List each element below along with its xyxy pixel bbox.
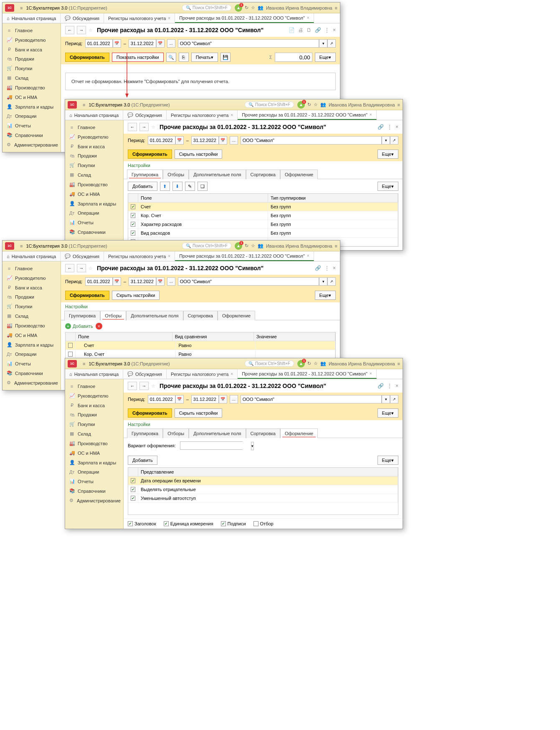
sidebar-item[interactable]: 🛒Покупки xyxy=(3,63,61,73)
sidebar-item[interactable]: ₽Банк и касса xyxy=(3,45,61,54)
table-row[interactable]: Уменьшенный автоотступ xyxy=(128,494,398,503)
table-row[interactable]: Дата операции без времени xyxy=(128,477,398,485)
sidebar-item[interactable]: ⚙Администрирование xyxy=(3,140,61,150)
hide-settings-button[interactable]: Скрыть настройки xyxy=(175,150,223,159)
table-row[interactable]: Кор. СчетБез групп xyxy=(128,211,398,220)
logo: 1C xyxy=(68,101,77,109)
nav-back[interactable]: ← xyxy=(65,26,74,34)
table-row[interactable]: Вид расходовБез групп xyxy=(128,229,398,238)
tab-report[interactable]: Прочие расходы за 01.01.2022 - 31.12.202… xyxy=(175,13,314,23)
sidebar-item[interactable]: 📈Руководителю xyxy=(3,35,61,45)
sidebar-item[interactable]: 📚Справочники xyxy=(3,130,61,140)
tab-discuss[interactable]: 💬 Обсуждения xyxy=(123,110,167,120)
history-icon[interactable]: ↻ xyxy=(245,5,248,10)
sidebar-item[interactable]: 🛍Продажи xyxy=(3,54,61,63)
form-button[interactable]: Сформировать xyxy=(65,53,109,62)
table-row[interactable]: СчетРавно xyxy=(66,341,335,350)
down-icon[interactable]: ⬇ xyxy=(172,182,182,191)
save-icon[interactable]: 🗋 xyxy=(307,27,312,33)
chk-filter[interactable]: Отбор xyxy=(253,521,274,526)
tab-home[interactable]: ⌂ Начальная страница xyxy=(65,110,123,120)
subtab-design[interactable]: Оформление xyxy=(280,428,318,438)
table-row[interactable]: Кор. СчетРавно xyxy=(66,350,335,359)
subtab-group[interactable]: Группировка xyxy=(64,311,100,320)
nav-fwd[interactable]: → xyxy=(139,123,149,131)
period-picker[interactable]: … xyxy=(167,39,175,48)
more-button[interactable]: Еще ▾ xyxy=(315,53,336,62)
sum-field[interactable] xyxy=(275,53,312,62)
show-settings-button[interactable]: Показать настройки xyxy=(112,53,164,62)
copy-icon[interactable]: ❏ xyxy=(198,182,208,191)
user-icon[interactable]: 👥 xyxy=(258,5,264,10)
notifications-icon[interactable]: ▲1 xyxy=(297,101,305,109)
date-to[interactable] xyxy=(129,39,156,48)
calendar-icon[interactable]: 📅 xyxy=(113,39,121,48)
sidebar-item[interactable]: 🏭Производство xyxy=(3,83,61,92)
fav-icon[interactable]: ☆ xyxy=(89,28,93,33)
sidebar-item[interactable]: 🚚ОС и НМА xyxy=(3,92,61,102)
burger-icon[interactable]: ≡ xyxy=(83,102,85,107)
more-button[interactable]: Еще ▾ xyxy=(378,182,398,191)
add-button[interactable]: Добавить xyxy=(128,182,157,191)
subtab-design[interactable]: Оформление xyxy=(280,170,318,179)
chk-title[interactable]: Заголовок xyxy=(128,521,156,526)
subtab-filters[interactable]: Отборы xyxy=(163,170,189,179)
sidebar-item[interactable]: ≡Главное xyxy=(3,26,61,35)
org-input[interactable] xyxy=(178,39,319,48)
search-icon[interactable]: 🔍 xyxy=(166,53,176,62)
date-from[interactable] xyxy=(85,39,113,48)
subtab-sort[interactable]: Сортировка xyxy=(246,170,280,179)
titlebar: 1C≡ 1С:Бухгалтерия 3.0 (1С:Предприятие) … xyxy=(65,358,403,369)
open-icon[interactable]: ↗ xyxy=(327,39,336,48)
nav-fwd[interactable]: → xyxy=(77,26,86,34)
edit-icon[interactable]: ✎ xyxy=(185,182,195,191)
chk-unit[interactable]: Единица измерения xyxy=(164,521,213,526)
print-button[interactable]: Печать ▾ xyxy=(191,53,218,62)
tab-registers[interactable]: Регистры налогового учета × xyxy=(167,110,238,120)
more-icon[interactable]: ⋮ xyxy=(324,27,329,33)
sidebar-item[interactable]: ДтОперации xyxy=(3,112,61,121)
variant-label: Вариант оформления: xyxy=(128,443,176,448)
settings-label: Настройки xyxy=(124,161,403,170)
close-icon[interactable]: × xyxy=(333,27,336,33)
btn-icon[interactable]: 📄 xyxy=(289,27,295,33)
subtab-extra[interactable]: Дополнительные поля xyxy=(189,170,246,179)
table-row[interactable]: Выделять отрицательные xyxy=(128,485,398,494)
nav-back[interactable]: ← xyxy=(128,123,137,131)
subtab-filters[interactable]: Отборы xyxy=(100,311,126,320)
dropdown-icon[interactable]: ▾ xyxy=(319,39,327,48)
more-button[interactable]: Еще ▾ xyxy=(378,150,398,159)
print-icon[interactable]: 🖨 xyxy=(298,27,303,33)
tab-discuss[interactable]: 💬 Обсуждения xyxy=(61,13,104,23)
save-icon[interactable]: 💾 xyxy=(220,53,231,62)
variant-select[interactable]: ▾ xyxy=(180,441,243,450)
sidebar-item[interactable]: ▦Склад xyxy=(3,73,61,83)
form-button[interactable]: Сформировать xyxy=(128,150,172,159)
calendar-icon[interactable]: 📅 xyxy=(156,39,165,48)
org-input[interactable] xyxy=(241,136,382,144)
add-link[interactable]: +Добавить xyxy=(65,323,93,329)
up-icon[interactable]: ⬆ xyxy=(160,182,170,191)
search-input[interactable]: 🔍 Поиск Ctrl+Shift+F xyxy=(182,5,231,11)
tab-home[interactable]: ⌂ Начальная страница xyxy=(3,13,61,23)
chk-sign[interactable]: Подписи xyxy=(221,521,246,526)
checkbox[interactable] xyxy=(131,204,135,209)
sidebar-item[interactable]: 📊Отчеты xyxy=(3,121,61,130)
table-row[interactable]: Характер расходовБез групп xyxy=(128,220,398,229)
date-to[interactable] xyxy=(191,136,219,144)
add-button[interactable]: Добавить xyxy=(128,456,157,465)
star-icon[interactable]: ☆ xyxy=(251,5,255,10)
table-row[interactable]: СчетБез групп xyxy=(128,203,398,211)
tab-registers[interactable]: Регистры налогового учета × xyxy=(104,13,175,23)
tab-report[interactable]: Прочие расходы за 01.01.2022 - 31.12.202… xyxy=(238,110,377,120)
search-input[interactable]: 🔍 Поиск Ctrl+Shift+F xyxy=(245,101,294,108)
notifications-icon[interactable]: ▲1 xyxy=(235,4,242,12)
burger-icon[interactable]: ≡ xyxy=(20,5,23,10)
expand-icon[interactable]: ⎘ xyxy=(179,53,189,62)
delete-icon[interactable]: × xyxy=(96,323,102,330)
sidebar-item[interactable]: 👤Зарплата и кадры xyxy=(3,102,61,112)
link-icon[interactable]: 🔗 xyxy=(315,27,321,33)
date-from[interactable] xyxy=(148,136,175,144)
menu-icon[interactable]: ≡ xyxy=(335,5,337,10)
subtab-group[interactable]: Группировка xyxy=(127,170,163,179)
